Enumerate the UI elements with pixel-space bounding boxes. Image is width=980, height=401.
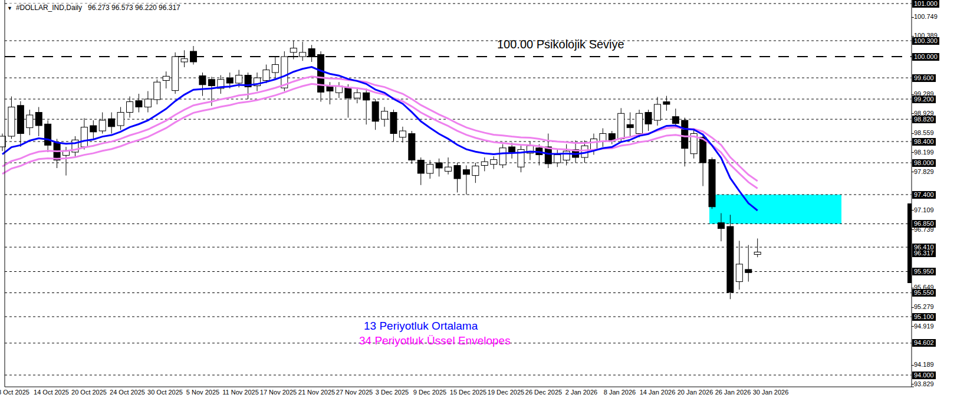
candle-body bbox=[399, 131, 406, 137]
candle-body bbox=[17, 106, 24, 134]
candle-body bbox=[463, 170, 469, 175]
candle-body bbox=[308, 49, 315, 57]
candle-body bbox=[172, 57, 179, 91]
price-tick-label: 98.199 bbox=[912, 149, 936, 156]
candle-body bbox=[417, 160, 424, 174]
vertical-range-marker bbox=[907, 203, 912, 283]
current-price-label: 96.317 bbox=[912, 249, 936, 257]
candle-body bbox=[300, 52, 306, 57]
price-level-label: 99.600 bbox=[912, 74, 936, 82]
candle-body bbox=[436, 163, 442, 168]
candle-body bbox=[90, 126, 97, 132]
price-level-label: 97.400 bbox=[912, 191, 936, 199]
price-tick-label: 98.559 bbox=[912, 129, 936, 137]
candle-body bbox=[190, 51, 197, 62]
candle-body bbox=[345, 87, 351, 98]
candle-body bbox=[236, 75, 242, 84]
date-label: 27 Nov 2025 bbox=[336, 389, 373, 396]
candle-body bbox=[709, 160, 715, 207]
candle-body bbox=[372, 102, 379, 121]
supply-zone-rectangle[interactable] bbox=[709, 195, 841, 224]
candle-body bbox=[445, 167, 452, 171]
price-level-label: 99.200 bbox=[912, 96, 936, 103]
candle-body bbox=[382, 111, 388, 120]
candle-body bbox=[226, 78, 233, 83]
candle-body bbox=[199, 75, 206, 84]
price-level-label: 98.000 bbox=[912, 159, 936, 167]
candle-body bbox=[736, 264, 742, 282]
date-label: 3 Dec 2025 bbox=[376, 389, 409, 396]
candle-body bbox=[318, 54, 324, 92]
candle-body bbox=[618, 113, 624, 139]
price-level-label: 96.850 bbox=[912, 220, 936, 228]
candle-body bbox=[636, 113, 643, 133]
candle-body bbox=[208, 80, 215, 86]
price-level-label: 94.602 bbox=[912, 339, 936, 347]
price-tick-label: 93.829 bbox=[912, 380, 936, 388]
candle-body bbox=[563, 151, 570, 160]
candle-body bbox=[554, 155, 561, 163]
date-label: 14 Jan 2026 bbox=[640, 389, 676, 396]
price-tick-label: 95.279 bbox=[912, 303, 936, 311]
symbol-dropdown-icon[interactable]: ▼ bbox=[7, 5, 12, 11]
date-label: 30 Jan 2026 bbox=[753, 389, 789, 396]
date-label: 9 Dec 2025 bbox=[413, 389, 446, 396]
candle-body bbox=[363, 93, 370, 100]
price-level-label: 100.000 bbox=[912, 53, 939, 61]
candle-body bbox=[117, 113, 124, 126]
date-label: 30 Oct 2025 bbox=[147, 389, 183, 396]
candle-body bbox=[154, 82, 160, 100]
candle-body bbox=[509, 147, 515, 152]
candle-body bbox=[144, 99, 151, 107]
date-label: 26 Dec 2025 bbox=[525, 389, 562, 396]
price-tick-label: 94.919 bbox=[912, 323, 936, 330]
date-label: 2 Jan 2026 bbox=[565, 389, 597, 396]
candle-body bbox=[108, 119, 115, 127]
price-level-label: 98.820 bbox=[912, 116, 936, 123]
date-label: 20 Jan 2026 bbox=[678, 389, 713, 396]
date-label: 14 Oct 2025 bbox=[34, 389, 69, 396]
candle-body bbox=[727, 226, 734, 292]
candle-body bbox=[472, 166, 479, 175]
candle-body bbox=[718, 223, 724, 229]
candle-body bbox=[745, 269, 752, 272]
candle-body bbox=[590, 139, 597, 150]
envelope-annotation: 34 Periyotluk Üssel Envelopes bbox=[359, 334, 511, 347]
price-level-label: 100.300 bbox=[912, 37, 939, 45]
candle-body bbox=[645, 113, 652, 124]
price-level-label: 101.000 bbox=[912, 0, 939, 8]
ohlc-quote: 96.273 96.573 96.220 96.317 bbox=[88, 4, 180, 12]
ma13-annotation: 13 Periyotluk Ortalama bbox=[364, 320, 478, 333]
candle-body bbox=[682, 120, 688, 149]
price-tick-label: 97.109 bbox=[912, 206, 936, 214]
candle-body bbox=[672, 117, 679, 124]
price-level-label: 94.000 bbox=[912, 372, 936, 379]
price-level-label: 95.100 bbox=[912, 313, 936, 321]
date-label: 24 Oct 2025 bbox=[110, 389, 145, 396]
date-label: 19 Dec 2025 bbox=[488, 389, 524, 396]
chart-window: ▼#DOLLAR_IND,Daily96.273 96.573 96.220 9… bbox=[0, 0, 980, 401]
candle-body bbox=[136, 101, 142, 107]
chart-title-bar: ▼#DOLLAR_IND,Daily96.273 96.573 96.220 9… bbox=[7, 4, 183, 12]
ma13-line bbox=[2, 67, 758, 211]
date-label: 21 Nov 2025 bbox=[298, 389, 335, 396]
candle-body bbox=[35, 113, 42, 126]
candle-body bbox=[99, 120, 106, 131]
price-tick-label: 100.749 bbox=[912, 13, 939, 21]
date-label: 20 Oct 2025 bbox=[71, 389, 107, 396]
candle-body bbox=[390, 113, 397, 134]
price-level-label: 98.400 bbox=[912, 138, 936, 146]
price-tick-label: 97.829 bbox=[912, 168, 936, 176]
date-label: 17 Nov 2025 bbox=[260, 389, 297, 396]
date-label: 26 Jan 2026 bbox=[715, 389, 751, 396]
psychological-level-annotation: 100.00 Psikolojik Seviye bbox=[497, 38, 624, 51]
candle-body bbox=[427, 165, 433, 173]
date-label: 15 Dec 2025 bbox=[450, 389, 486, 396]
price-tick-label: 94.189 bbox=[912, 361, 936, 369]
candle-body bbox=[81, 127, 87, 147]
candle-body bbox=[409, 134, 415, 160]
envelope-lower-line bbox=[2, 84, 758, 188]
price-level-label: 95.550 bbox=[912, 289, 936, 297]
candle-body bbox=[127, 102, 133, 113]
price-level-label: 95.950 bbox=[912, 268, 936, 275]
